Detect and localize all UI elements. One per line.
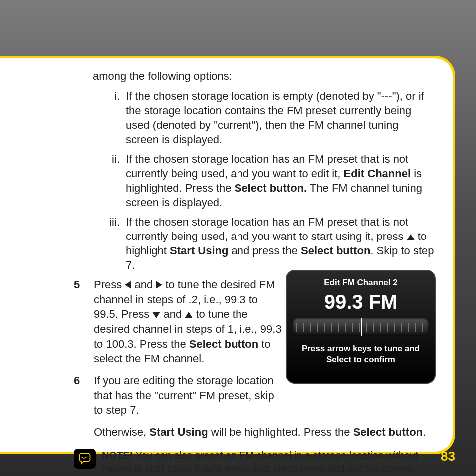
roman-i-num: i. — [84, 89, 126, 147]
arrow-left-icon — [125, 281, 131, 289]
note-text: NOTE! You can also preset an FM channel … — [102, 449, 434, 475]
page-number: 83 — [441, 449, 455, 464]
step-6-text-b: Otherwise, Start Using will be highlight… — [94, 425, 443, 440]
roman-ii-num: ii. — [84, 152, 126, 210]
content-card: among the following options: i. If the c… — [0, 56, 455, 454]
arrow-up-icon — [407, 234, 415, 240]
fm-tuner-screen: Edit FM Channel 2 99.3 FM Press arrow ke… — [286, 270, 436, 384]
step-6-text-a: If you are editing the storage location … — [94, 373, 292, 418]
fm-tuner-dial — [293, 318, 429, 336]
roman-iii-num: iii. — [84, 215, 126, 272]
fm-tuner-frequency: 99.3 FM — [293, 291, 429, 313]
intro-text: among the following options: — [93, 69, 443, 84]
roman-ii-text: If the chosen storage location has an FM… — [126, 152, 443, 210]
manual-page: among the following options: i. If the c… — [0, 0, 476, 476]
step-5-text: Press and to tune the desired FM channel… — [94, 277, 292, 366]
content: among the following options: i. If the c… — [74, 69, 443, 475]
roman-item-iii: iii. If the chosen storage location has … — [74, 215, 443, 272]
roman-item-i: i. If the chosen storage location is emp… — [74, 89, 443, 147]
roman-i-text: If the chosen storage location is empty … — [126, 89, 443, 147]
roman-list: i. If the chosen storage location is emp… — [74, 89, 443, 272]
arrow-down-icon — [152, 312, 160, 318]
arrow-right-icon — [156, 281, 162, 289]
dial-needle — [361, 318, 362, 336]
roman-item-ii: ii. If the chosen storage location has a… — [74, 152, 443, 210]
fm-tuner-title: Edit FM Channel 2 — [293, 278, 429, 288]
roman-iii-text: If the chosen storage location has an FM… — [126, 215, 443, 272]
step-5-num: 5 — [74, 277, 94, 366]
note-icon — [74, 449, 96, 469]
note-row: NOTE! You can also preset an FM channel … — [74, 449, 443, 475]
fm-tuner-hint: Press arrow keys to tune and Select to c… — [293, 343, 429, 365]
arrow-up-icon — [185, 312, 193, 318]
step-6-num: 6 — [74, 373, 94, 418]
